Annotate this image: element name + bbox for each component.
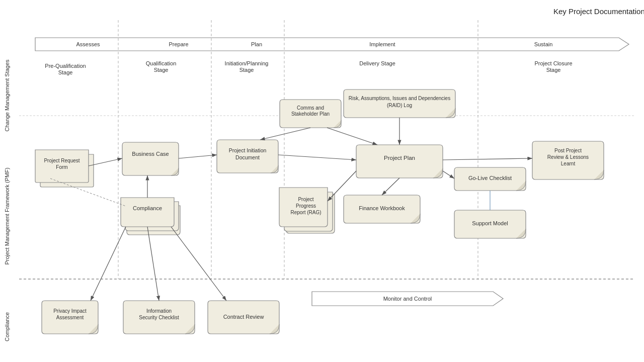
raid-label2: (RAID) Log <box>387 103 412 108</box>
comms-label: Comms and <box>297 105 324 111</box>
svg-line-13 <box>278 155 356 160</box>
stage-delivery: Delivery Stage <box>359 60 395 66</box>
privacy-label2: Assessment <box>56 315 84 320</box>
post-review-label2: Review & Lessons <box>547 154 589 160</box>
golive-label: Go-Live Checklist <box>468 175 512 181</box>
svg-line-23 <box>50 178 126 206</box>
svg-line-25 <box>147 227 159 301</box>
comms-label2: Stakeholder Plan <box>291 111 330 117</box>
info-sec-label: Information <box>146 308 172 314</box>
stage-init: Initiation/Planning <box>225 60 269 66</box>
svg-line-15 <box>327 128 377 145</box>
info-sec-label2: Security Checklist <box>139 315 179 320</box>
diagram: Key Project Documentation Change Managem… <box>0 0 644 362</box>
change-management-label: Change Management Stages <box>4 59 10 132</box>
pid-label2: Document <box>235 154 260 160</box>
stage-pre-qual-2: Stage <box>58 69 73 75</box>
post-review-label3: Learnt <box>561 161 576 166</box>
stage-qual: Qualification <box>146 60 177 66</box>
stage-closure: Project Closure <box>534 60 572 66</box>
project-plan-label: Project Plan <box>384 155 415 161</box>
project-request-form-label: Project Request <box>44 158 79 163</box>
cm-stage-prepare: Prepare <box>169 41 188 47</box>
support-model-label: Support Model <box>472 220 508 226</box>
progress-report-label3: Report (RAG) <box>290 210 321 215</box>
monitor-control-label: Monitor and Control <box>383 296 432 302</box>
svg-line-26 <box>171 227 226 301</box>
cm-stage-sustain: Sustain <box>534 41 553 47</box>
svg-marker-10 <box>312 292 503 306</box>
svg-line-18 <box>382 178 399 195</box>
svg-line-12 <box>179 155 217 158</box>
stage-qual-2: Stage <box>154 67 169 73</box>
svg-line-19 <box>328 171 356 201</box>
progress-report-label2: Progress <box>296 203 316 209</box>
raid-label: Risk, Assumptions, Issues and Dependenci… <box>349 96 450 101</box>
cm-stage-plan: Plan <box>251 41 262 47</box>
stage-closure-2: Stage <box>546 67 561 73</box>
privacy-label: Privacy Impact <box>53 308 87 314</box>
project-request-form-label2: Form <box>56 164 67 170</box>
svg-marker-5 <box>35 38 629 51</box>
pid-label: Project Initiation <box>229 147 267 153</box>
stage-pre-qual: Pre-Qualification <box>45 63 86 69</box>
svg-line-20 <box>443 171 454 178</box>
contract-review-label: Contract Review <box>223 314 264 320</box>
stage-init-2: Stage <box>239 67 254 73</box>
finance-workbook-label: Finance Workbook <box>359 205 405 211</box>
svg-line-11 <box>89 158 122 166</box>
svg-line-24 <box>91 227 126 301</box>
cm-stage-assesses: Assesses <box>76 41 100 47</box>
business-case-label: Business Case <box>132 151 169 157</box>
svg-line-17 <box>443 158 532 160</box>
pmf-label: Project Management Framework (PMF) <box>4 167 10 264</box>
progress-report-label: Project <box>298 197 313 202</box>
post-review-label: Post Project <box>554 148 582 153</box>
compliance-side-label: Compliance <box>4 312 10 341</box>
svg-line-14 <box>260 128 310 140</box>
cm-stage-implement: Implement <box>369 41 395 47</box>
page-title: Key Project Documentation <box>553 7 644 16</box>
compliance-label: Compliance <box>133 205 162 211</box>
